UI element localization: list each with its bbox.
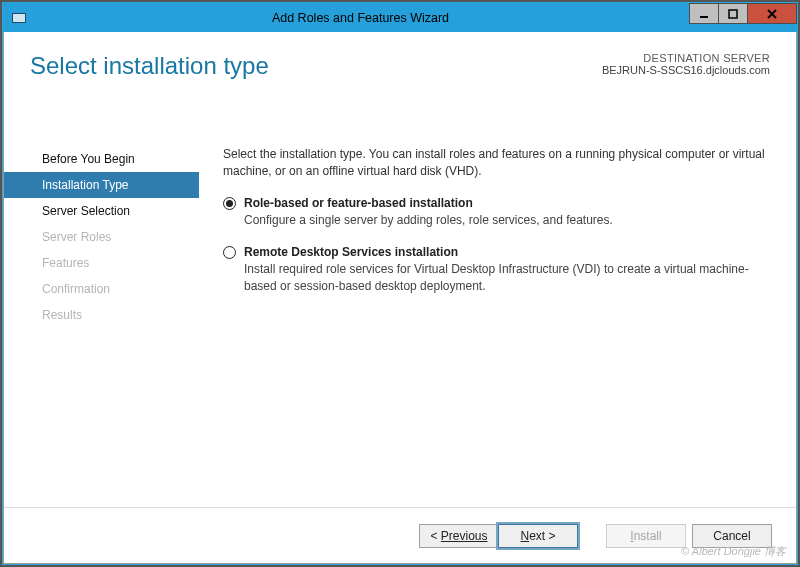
main-pane: Select the installation type. You can in… [199, 132, 796, 507]
wizard-steps: Before You Begin Installation Type Serve… [4, 132, 199, 507]
title-bar: Add Roles and Features Wizard [3, 3, 797, 32]
option-remote-desktop[interactable]: Remote Desktop Services installation Ins… [223, 244, 772, 296]
maximize-button[interactable] [718, 3, 748, 24]
svg-rect-1 [13, 14, 25, 22]
header: Select installation type DESTINATION SER… [4, 32, 796, 80]
destination-name: BEJRUN-S-SSCS16.djclouds.com [602, 64, 770, 76]
step-server-selection[interactable]: Server Selection [4, 198, 199, 224]
step-confirmation: Confirmation [4, 276, 199, 302]
footer: < Previous Next > Install Cancel [4, 507, 796, 563]
step-server-roles: Server Roles [4, 224, 199, 250]
option-desc: Install required role services for Virtu… [244, 261, 772, 296]
step-results: Results [4, 302, 199, 328]
wizard-window: Add Roles and Features Wizard Select ins… [2, 2, 798, 565]
svg-rect-3 [729, 10, 737, 18]
body: Before You Begin Installation Type Serve… [4, 132, 796, 507]
radio-remote-desktop[interactable] [223, 246, 236, 259]
install-button: Install [606, 524, 686, 548]
page-title: Select installation type [30, 52, 269, 80]
window-title: Add Roles and Features Wizard [31, 11, 690, 25]
watermark: © Albert Dongjie 博客 [681, 544, 786, 559]
step-features: Features [4, 250, 199, 276]
app-icon [7, 6, 31, 30]
destination-label: DESTINATION SERVER [602, 52, 770, 64]
option-desc: Configure a single server by adding role… [244, 212, 613, 229]
next-button[interactable]: Next > [498, 524, 578, 548]
window-controls [690, 3, 797, 32]
destination-server: DESTINATION SERVER BEJRUN-S-SSCS16.djclo… [602, 52, 770, 76]
step-installation-type[interactable]: Installation Type [4, 172, 199, 198]
intro-text: Select the installation type. You can in… [223, 146, 772, 181]
nav-button-group: < Previous Next > [419, 524, 578, 548]
radio-role-based[interactable] [223, 197, 236, 210]
previous-button[interactable]: < Previous [419, 524, 499, 548]
option-role-based[interactable]: Role-based or feature-based installation… [223, 195, 772, 230]
option-title: Role-based or feature-based installation [244, 195, 613, 212]
close-button[interactable] [747, 3, 797, 24]
option-title: Remote Desktop Services installation [244, 244, 772, 261]
step-before-you-begin[interactable]: Before You Begin [4, 146, 199, 172]
window-body: Select installation type DESTINATION SER… [3, 32, 797, 564]
minimize-button[interactable] [689, 3, 719, 24]
